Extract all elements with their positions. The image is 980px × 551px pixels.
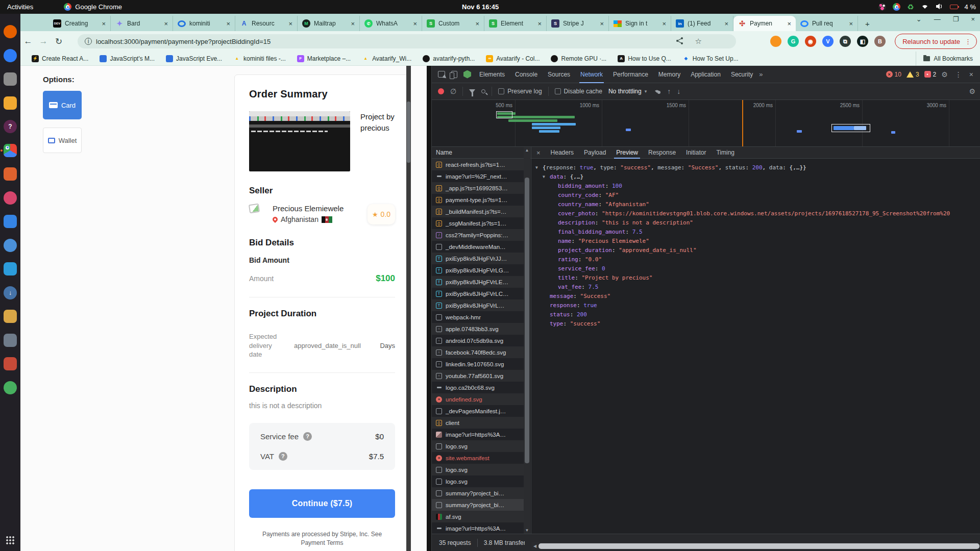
card-option-button[interactable]: Card <box>43 91 82 119</box>
request-row[interactable]: ◦youtube.77af5601.svg <box>432 370 525 382</box>
request-row[interactable]: {}payment-type.js?ts=1… <box>432 194 525 206</box>
tab--1-feed[interactable]: in(1) Feed× <box>671 16 733 31</box>
json-line[interactable]: country_name: "Afghanistan" <box>531 200 980 209</box>
inspect-element-icon[interactable] <box>438 71 445 78</box>
scroll-left-icon[interactable]: ◀ <box>531 544 538 548</box>
detail-tab-preview[interactable]: Preview <box>611 147 643 159</box>
json-line[interactable]: country_code: "AF" <box>531 191 980 200</box>
preserve-log-checkbox[interactable]: Preserve log <box>498 88 542 95</box>
tab-close-icon[interactable]: × <box>536 20 543 28</box>
devtools-close-icon[interactable]: × <box>969 70 973 79</box>
page-scrollbar-thumb[interactable] <box>407 102 410 163</box>
request-row[interactable]: _devPagesManifest.j… <box>432 405 525 417</box>
bookmark-colab[interactable]: ∞Avatarify - Col... <box>486 55 540 62</box>
site-info-icon[interactable]: i <box>85 38 92 45</box>
dock-item-tweaks[interactable] <box>4 334 17 347</box>
request-row[interactable]: {}client <box>432 417 525 429</box>
forward-button[interactable]: → <box>36 36 51 46</box>
extension-honey-icon[interactable] <box>770 36 781 47</box>
app-menu[interactable]: Google Chrome <box>64 3 122 11</box>
bookmark-book[interactable]: JavaScript Eve... <box>166 55 222 62</box>
extension-zenmate-icon[interactable]: V <box>822 36 834 47</box>
all-bookmarks-button[interactable]: All Bookmarks <box>916 52 973 66</box>
dock-item-text-editor[interactable] <box>4 167 17 181</box>
request-row[interactable]: ◦apple.07483bb3.svg <box>432 323 525 335</box>
device-toolbar-icon[interactable] <box>451 71 457 78</box>
request-row[interactable]: summary?project_bi… <box>432 499 525 511</box>
json-line[interactable]: name: "Precious Elemiewele" <box>531 237 980 246</box>
dock-item-settings[interactable] <box>4 239 17 252</box>
expand-arrow-icon[interactable]: ▼ <box>543 172 545 182</box>
request-row[interactable]: _devMiddlewareMan… <box>432 241 525 253</box>
address-bar[interactable]: i localhost:3000/payment/payment-type?pr… <box>78 34 736 48</box>
tab-bard[interactable]: ✦Bard× <box>111 16 173 31</box>
request-row[interactable]: ◦linkedin.9e107650.svg <box>432 358 525 370</box>
request-row[interactable]: summary?project_bi… <box>432 487 525 499</box>
tray-app-icon[interactable] <box>878 3 886 11</box>
recycle-icon[interactable]: ♻ <box>907 3 914 11</box>
scroll-up-icon[interactable]: ▲ <box>524 147 530 154</box>
detail-close-icon[interactable]: × <box>531 149 546 157</box>
devtools-tab-console[interactable]: Console <box>510 66 543 83</box>
more-tabs-icon[interactable]: » <box>759 70 763 78</box>
tab-mailtrap[interactable]: MMailtrap× <box>298 16 360 31</box>
request-row[interactable]: TpxiByp8kv8JHgFVrLC… <box>432 288 525 299</box>
tab-stripe-j[interactable]: SStripe J× <box>547 16 609 31</box>
extension-colorzilla-icon[interactable]: ◉ <box>805 36 816 47</box>
tab-close-icon[interactable]: × <box>598 20 605 28</box>
json-line[interactable]: message: "Success" <box>531 292 980 301</box>
json-line[interactable]: ▼{response: true, type: "success", messa… <box>531 163 980 172</box>
devtools-tab-sources[interactable]: Sources <box>543 66 575 83</box>
dock-item-gimp[interactable] <box>4 191 17 205</box>
activities-button[interactable]: Activities <box>7 3 33 11</box>
requests-scrollbar[interactable]: ▲ ▼ <box>524 147 530 534</box>
tab-close-icon[interactable]: × <box>349 20 356 28</box>
request-row[interactable]: TpxiByp8kv8JHgFVrL… <box>432 299 525 311</box>
request-row[interactable]: TpxiByp8kv8JHgFVrLG… <box>432 264 525 276</box>
tab-whatsa[interactable]: ✆WhatsA× <box>360 16 422 31</box>
json-line[interactable]: description: "this is not a description" <box>531 218 980 228</box>
json-preview[interactable]: ▼{response: true, type: "success", messa… <box>531 159 980 329</box>
request-row[interactable]: image?url=%2F_next… <box>432 170 525 182</box>
dock-item-app-center[interactable] <box>4 96 17 110</box>
issues-count[interactable]: • 2 <box>924 71 937 78</box>
json-line[interactable]: ▼data: {,…} <box>531 172 980 182</box>
node-extension-icon[interactable] <box>463 70 471 79</box>
devtools-settings-icon[interactable]: ⚙ <box>941 70 948 79</box>
tab-search-icon[interactable]: ⌄ <box>916 15 922 23</box>
devtools-tab-elements[interactable]: Elements <box>474 66 510 83</box>
bookmark-drive[interactable]: ▲Avatarify_Wi... <box>362 55 411 62</box>
devtools-menu-icon[interactable]: ⋮ <box>955 70 962 79</box>
json-line[interactable]: rating: "0.0" <box>531 255 980 264</box>
request-row[interactable]: logo.ca2b0c68.svg <box>432 382 525 393</box>
scroll-down-icon[interactable]: ▼ <box>524 527 530 534</box>
json-line[interactable]: response: true <box>531 301 980 310</box>
dock-item-downloads[interactable]: ↓ <box>4 286 17 299</box>
tab-close-icon[interactable]: × <box>100 20 107 28</box>
network-search-icon[interactable] <box>481 89 485 93</box>
detail-tab-payload[interactable]: Payload <box>579 147 611 159</box>
bookmark-book[interactable]: JavaScript's M... <box>100 55 155 62</box>
filter-icon[interactable] <box>469 89 475 93</box>
throttling-dropdown[interactable]: No throttling ▾ <box>608 88 647 95</box>
vat-help-icon[interactable]: ? <box>279 452 287 461</box>
tab-close-icon[interactable]: × <box>411 20 419 28</box>
bookmark-figma[interactable]: FMarketplace –... <box>297 55 351 62</box>
minimize-button[interactable]: — <box>934 15 941 23</box>
devtools-tab-security[interactable]: Security <box>726 66 758 83</box>
detail-tab-headers[interactable]: Headers <box>546 147 579 159</box>
extension-profile-icon[interactable]: B <box>874 36 886 47</box>
bookmark-medium[interactable]: AHow to Use Q... <box>618 55 671 62</box>
wifi-icon[interactable] <box>921 3 929 11</box>
continue-button[interactable]: Continue ($7.5) <box>249 489 395 518</box>
json-line[interactable]: type: "success" <box>531 319 980 329</box>
tab-creating[interactable]: DEVCreating× <box>48 16 111 31</box>
request-row[interactable]: {}_app.js?ts=16992853… <box>432 182 525 194</box>
network-settings-icon[interactable]: ⚙ <box>969 87 975 95</box>
json-line[interactable]: title: "Project by precious" <box>531 273 980 283</box>
json-line[interactable]: status: 200 <box>531 310 980 319</box>
devtools-tab-memory[interactable]: Memory <box>653 66 685 83</box>
network-conditions-icon[interactable] <box>653 87 661 96</box>
detail-tab-timing[interactable]: Timing <box>711 147 740 159</box>
payment-terms-link[interactable]: Payment Terms <box>301 539 343 546</box>
